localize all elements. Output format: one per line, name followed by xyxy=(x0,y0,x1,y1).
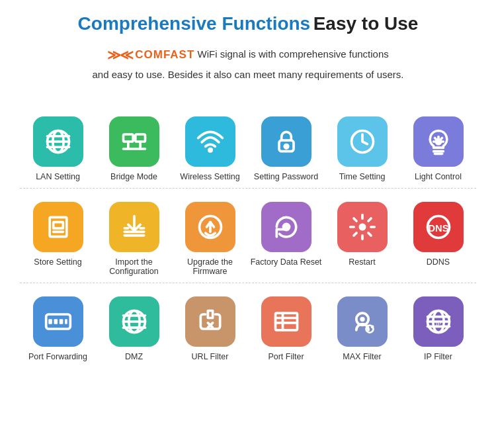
feature-item-dmz[interactable]: DMZ xyxy=(96,296,172,361)
bulb-icon-box xyxy=(413,116,464,167)
maxfilter-icon-box xyxy=(337,296,388,347)
upgrade-icon-box xyxy=(185,202,235,252)
wifi-icon-box xyxy=(185,116,235,167)
urlfilter-icon-box xyxy=(185,296,235,347)
feature-item-upgrade-the-firmware[interactable]: Upgrade the Firmware xyxy=(172,202,248,276)
feature-item-import-the-configuration[interactable]: Import the Configuration xyxy=(96,202,172,276)
store-icon-box xyxy=(33,202,83,252)
title-black: Easy to Use xyxy=(313,13,419,34)
description-line1: WiFi signal is with comprehensive functi… xyxy=(198,48,389,60)
feature-item-wireless-setting[interactable]: Wireless Setting xyxy=(172,116,248,181)
feature-label-2: Wireless Setting xyxy=(180,172,239,181)
feature-item-restart[interactable]: Restart xyxy=(324,202,400,267)
title-blue: Comprehensive Functions xyxy=(78,13,311,34)
feature-item-ddns[interactable]: DNSDDNS xyxy=(400,202,476,267)
svg-point-32 xyxy=(283,224,289,230)
feature-label-4: Restart xyxy=(349,257,375,267)
feature-row-1: LAN SettingBridge ModeWireless SettingSe… xyxy=(20,103,476,189)
clock-icon-box xyxy=(337,116,388,167)
reset-icon-box xyxy=(261,202,311,252)
description: ≫≪ COMFAST WiFi signal is with comprehen… xyxy=(20,44,476,83)
svg-line-17 xyxy=(441,138,442,138)
bridge-icon-box xyxy=(109,116,159,167)
feature-label-4: MAX Filter xyxy=(343,352,381,361)
feature-item-factory-data-reset[interactable]: Factory Data Reset xyxy=(248,202,324,267)
svg-line-40 xyxy=(353,232,356,235)
feature-item-max-filter[interactable]: MAX Filter xyxy=(324,296,400,361)
svg-text:DNS: DNS xyxy=(428,223,448,234)
feature-label-3: Port Filter xyxy=(268,352,304,361)
feature-row-2: Store SettingImport the ConfigurationUpg… xyxy=(20,189,476,283)
globe-icon-box xyxy=(33,116,83,167)
svg-rect-48 xyxy=(65,319,67,324)
svg-point-11 xyxy=(284,144,288,148)
page-header: Comprehensive Functions Easy to Use xyxy=(20,13,476,34)
svg-line-19 xyxy=(434,138,435,138)
dns-icon-box: DNS xyxy=(413,202,464,252)
lock-icon-box xyxy=(261,116,311,167)
feature-item-port-forwarding[interactable]: Port Forwarding xyxy=(20,296,96,361)
feature-label-1: Bridge Mode xyxy=(110,172,157,181)
feature-item-lan-setting[interactable]: LAN Setting xyxy=(20,116,96,181)
feature-item-ip-filter[interactable]: IPIP Filter xyxy=(400,296,476,361)
logo-icon: ≫≪ xyxy=(107,44,132,66)
feature-label-0: LAN Setting xyxy=(36,172,80,181)
feature-item-url-filter[interactable]: URL Filter xyxy=(172,296,248,361)
logo: ≫≪ COMFAST xyxy=(107,44,194,66)
import-icon-box xyxy=(109,202,159,252)
feature-item-store-setting[interactable]: Store Setting xyxy=(20,202,96,267)
svg-point-61 xyxy=(360,316,364,321)
feature-label-5: Light Control xyxy=(415,172,462,181)
svg-rect-46 xyxy=(54,319,58,324)
description-line2: and easy to use. Besides it also can mee… xyxy=(92,69,403,80)
svg-rect-45 xyxy=(48,319,52,324)
svg-line-41 xyxy=(368,218,370,220)
feature-item-setting-password[interactable]: Setting Password xyxy=(248,116,324,181)
feature-label-2: Upgrade the Firmware xyxy=(172,257,248,276)
feature-row-3: Port ForwardingDMZURL FilterPort FilterM… xyxy=(20,283,476,368)
feature-grid: LAN SettingBridge ModeWireless SettingSe… xyxy=(20,103,476,368)
feature-label-5: DDNS xyxy=(427,257,450,267)
feature-item-bridge-mode[interactable]: Bridge Mode xyxy=(96,116,172,181)
restart-icon-box xyxy=(337,202,388,252)
feature-item-time-setting[interactable]: Time Setting xyxy=(324,116,400,181)
feature-label-2: URL Filter xyxy=(192,352,229,361)
svg-rect-47 xyxy=(59,319,63,324)
svg-line-63 xyxy=(372,326,372,327)
dmz-icon-box xyxy=(109,296,159,347)
svg-text:IP: IP xyxy=(435,320,441,326)
feature-item-light-control[interactable]: Light Control xyxy=(400,116,476,181)
svg-point-33 xyxy=(360,224,364,229)
feature-label-1: Import the Configuration xyxy=(96,257,172,276)
logo-text: COMFAST xyxy=(135,46,194,65)
portfilter-icon-box xyxy=(261,296,311,347)
feature-item-port-filter[interactable]: Port Filter xyxy=(248,296,324,361)
ipfilter-icon-box: IP xyxy=(413,296,464,347)
svg-line-38 xyxy=(353,218,356,220)
port-icon-box xyxy=(33,296,83,347)
svg-point-15 xyxy=(436,139,440,144)
svg-line-39 xyxy=(368,232,370,235)
feature-label-0: Store Setting xyxy=(34,257,81,267)
feature-label-4: Time Setting xyxy=(339,172,386,181)
feature-label-0: Port Forwarding xyxy=(28,352,87,361)
svg-point-9 xyxy=(208,148,211,151)
feature-label-3: Setting Password xyxy=(254,172,318,181)
feature-label-5: IP Filter xyxy=(424,352,452,361)
feature-label-1: DMZ xyxy=(125,352,143,361)
feature-label-3: Factory Data Reset xyxy=(251,257,322,267)
